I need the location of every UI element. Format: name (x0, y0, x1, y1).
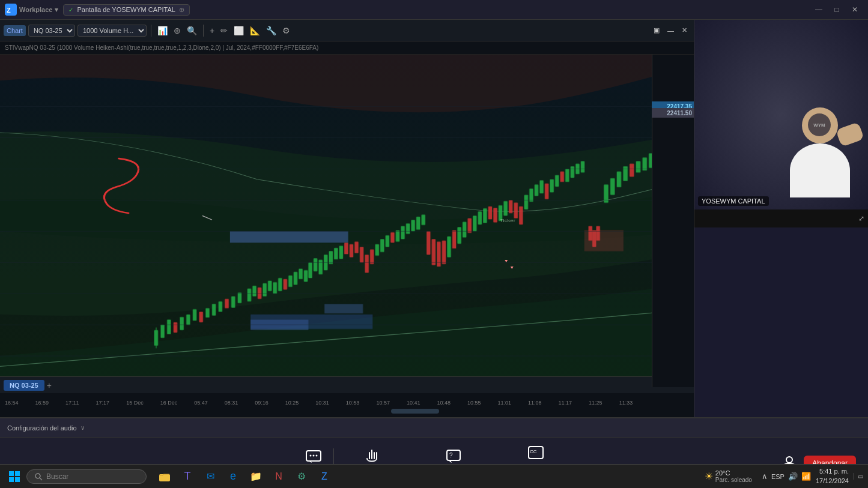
show-desktop[interactable]: ▭ (854, 473, 863, 480)
chart-svg: Ticker ▼ ▼ → ⊞ (0, 55, 694, 387)
price-axis: 22417.35 22411.50 (652, 55, 694, 387)
time-1053: 10:53 (346, 400, 360, 406)
measure-icon[interactable]: 📐 (248, 25, 262, 37)
svg-rect-88 (565, 169, 569, 182)
taskbar-app2[interactable]: ⚙ (291, 466, 312, 487)
svg-rect-73 (509, 200, 512, 213)
svg-rect-38 (334, 248, 338, 259)
taskbar-file-explorer[interactable] (154, 466, 175, 487)
chart-canvas[interactable]: Ticker ▼ ▼ → ⊞ © 2024 NinjaTrader, L (0, 55, 694, 387)
chart-tab-nq[interactable]: NQ 03-25 (4, 380, 44, 391)
time-0547: 05:47 (194, 400, 208, 406)
time-1654: 16:54 (5, 400, 19, 406)
add-tab-button[interactable]: + (47, 381, 52, 390)
volume-icon[interactable]: 🔊 (788, 472, 798, 481)
svg-point-122 (310, 455, 312, 457)
time-1717: 17:17 (96, 400, 110, 406)
crosshair-icon[interactable]: ⊕ (172, 25, 183, 37)
svg-rect-41 (344, 242, 348, 254)
chart-sync-btn[interactable]: — (664, 25, 677, 36)
tools-icon[interactable]: 🔧 (264, 25, 278, 37)
weather-icon: ☀ (705, 471, 713, 482)
chart-close-btn[interactable]: ✕ (679, 25, 690, 36)
svg-rect-14 (219, 301, 222, 312)
price-top2: 22411.50 (667, 110, 692, 116)
video-expand-btn[interactable]: ⤢ (858, 214, 864, 223)
settings-icon[interactable]: ⚙ (281, 25, 292, 37)
maximize-button[interactable]: □ (828, 3, 845, 16)
search-icon (34, 472, 43, 481)
taskbar-files[interactable]: 📁 (245, 466, 267, 487)
svg-rect-10 (193, 309, 196, 321)
svg-rect-62 (452, 230, 456, 249)
time-1055: 10:55 (467, 400, 481, 406)
pencil-icon[interactable]: ✏ (219, 25, 229, 37)
svg-rect-46 (370, 250, 374, 264)
svg-text:Ticker: Ticker (500, 218, 515, 223)
svg-rect-29 (294, 272, 297, 285)
screen-share-label: Pantalla de YOSEWYM CAPITAL (77, 6, 175, 13)
svg-rect-59 (437, 242, 440, 267)
svg-rect-17 (238, 292, 241, 303)
svg-rect-39 (339, 246, 343, 259)
audio-chevron-icon[interactable]: ∨ (80, 424, 85, 431)
svg-rect-15 (225, 299, 228, 309)
zoom-icon: Z (5, 4, 17, 16)
chart-label-button[interactable]: Chart (4, 25, 26, 36)
svg-rect-95 (623, 166, 627, 181)
more-icon[interactable]: ⊕ (179, 6, 184, 14)
taskbar-app1[interactable]: N (268, 466, 290, 487)
network-icon[interactable]: 📶 (801, 472, 811, 481)
chart-toolbar: Chart NQ 03-25 1000 Volume H... 📊 ⊕ 🔍 + … (0, 20, 694, 41)
minimize-button[interactable]: — (810, 3, 827, 16)
separator-1 (151, 25, 151, 37)
taskbar-teams[interactable]: T (177, 466, 198, 487)
svg-rect-96 (630, 164, 634, 177)
close-button[interactable]: ✕ (846, 3, 863, 16)
search-text: Buscar (46, 472, 68, 481)
time-1133: 11:33 (619, 400, 633, 406)
time-1108: 11:08 (528, 400, 542, 406)
svg-rect-35 (318, 260, 322, 274)
svg-rect-5 (160, 325, 164, 338)
svg-rect-56 (422, 215, 425, 225)
file-explorer-icon (159, 471, 171, 483)
svg-rect-130 (9, 471, 14, 476)
svg-rect-80 (524, 195, 528, 209)
svg-text:▼: ▼ (509, 265, 514, 270)
chart-type-icon[interactable]: 📊 (156, 25, 169, 37)
magnifier-icon[interactable]: 🔍 (185, 25, 199, 37)
shapes-icon[interactable]: ⬜ (232, 25, 246, 37)
price-box-2: 22411.50 (652, 108, 694, 118)
time-1125: 11:25 (589, 400, 602, 406)
add-indicator-icon[interactable]: + (208, 25, 216, 37)
taskbar-edge[interactable]: e (222, 466, 244, 487)
svg-rect-22 (258, 288, 261, 299)
weather-desc: Parc. soleado (715, 477, 752, 483)
svg-rect-84 (545, 184, 548, 199)
svg-rect-43 (354, 242, 358, 253)
symbol-select[interactable]: NQ 03-25 (28, 25, 75, 37)
chart-container: Chart NQ 03-25 1000 Volume H... 📊 ⊕ 🔍 + … (0, 20, 694, 417)
taskbar-clock[interactable]: 5:41 p. m. 17/12/2024 (816, 467, 849, 486)
svg-rect-85 (550, 179, 553, 193)
taskbar-search[interactable]: Buscar (26, 469, 147, 484)
svg-rect-79 (584, 230, 623, 252)
video-panel-extra (694, 227, 868, 417)
taskbar-outlook[interactable]: ✉ (199, 466, 221, 487)
body-shape (790, 143, 850, 197)
time-scrollbar-thumb[interactable] (391, 409, 439, 414)
svg-rect-51 (396, 230, 399, 242)
language-indicator[interactable]: ESP (771, 473, 785, 480)
tray-expand[interactable]: ∧ (762, 472, 768, 481)
svg-rect-74 (514, 203, 518, 218)
svg-rect-54 (411, 220, 414, 231)
svg-rect-81 (529, 188, 533, 202)
time-0916: 09:16 (255, 400, 269, 406)
start-button[interactable] (5, 467, 24, 486)
app-chevron[interactable]: ▾ (55, 6, 58, 14)
chart-layout-btn[interactable]: ▣ (651, 25, 663, 36)
timeframe-select[interactable]: 1000 Volume H... (77, 25, 147, 37)
svg-rect-70 (493, 208, 497, 222)
taskbar-zoom[interactable]: Z (314, 466, 335, 487)
